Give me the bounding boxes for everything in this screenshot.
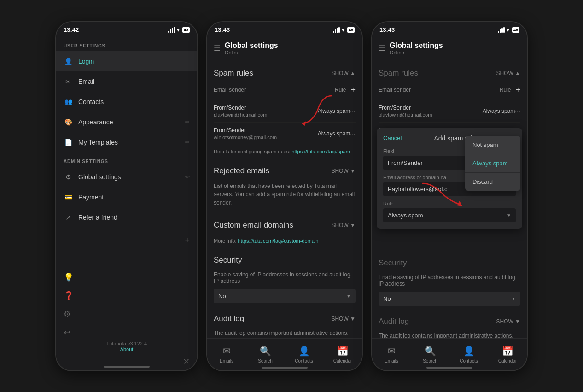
logout-icon-button[interactable]: ↩ [64, 324, 190, 341]
about-link[interactable]: About [106, 346, 147, 352]
share-icon: ↗ [64, 213, 73, 222]
gear-icon: ⚙ [64, 172, 73, 181]
custom-domain-info: More Info: https://tuta.com/faq#custom-d… [214, 234, 356, 247]
signal-icon-mid [333, 27, 340, 33]
nav-emails-mid[interactable]: ✉ Emails [207, 339, 246, 370]
sidebar-item-contacts[interactable]: 👥 Contacts [56, 92, 197, 112]
calendar-icon-right: 📅 [502, 345, 513, 357]
hamburger-menu[interactable]: ☰ [214, 44, 220, 53]
spam-table-header: Email sender Rule + [214, 82, 356, 98]
scrollable-mid: Spam rules SHOW ▲ Email sender Rule + Fr… [207, 60, 362, 370]
hamburger-menu-right[interactable]: ☰ [379, 44, 385, 53]
security-desc-right: Enable saving of IP addresses in session… [379, 272, 520, 289]
global-settings-panel: ☰ Global settings Online Spam rules SHOW… [207, 37, 362, 370]
email-input-text: Payforfollowers@aol.c [388, 186, 448, 193]
security-title-right: Security [379, 258, 407, 268]
settings-icon-button[interactable]: ⚙ [64, 305, 190, 323]
mail-icon: ✉ [64, 77, 73, 86]
rejected-desc: List of emails that have been rejected b… [214, 180, 356, 212]
nav-search-mid[interactable]: 🔍 Search [246, 339, 285, 370]
sender-email-0: playtowin@hotmail.com [214, 112, 318, 117]
calendar-icon-mid: 📅 [337, 345, 349, 357]
nav-calendar-right[interactable]: 📅 Calendar [488, 339, 527, 370]
sidebar-item-appearance[interactable]: 🎨 Appearance ✏ [56, 112, 197, 132]
email-field-value[interactable]: Payforfollowers@aol.c Not spam Always sp… [383, 182, 516, 196]
nav-contacts-mid[interactable]: 👤 Contacts [285, 339, 323, 370]
audit-log-header-right: Audit log SHOW ▼ [379, 309, 520, 331]
audit-log-title-right: Audit log [379, 317, 409, 326]
security-dropdown-right[interactable]: No ▼ [379, 292, 520, 306]
custom-domains-header: Custom email domains SHOW ▼ [214, 212, 356, 234]
security-header-mid: Security [214, 247, 356, 269]
rejected-show-btn[interactable]: SHOW ▼ [331, 168, 356, 174]
sidebar-item-email[interactable]: ✉ Email [56, 71, 197, 92]
emails-icon-mid: ✉ [223, 345, 231, 357]
audit-desc-mid: The audit log contains important adminis… [214, 328, 356, 338]
spam-rules-title-right: Spam rules [379, 69, 418, 78]
edit-icon-appearance: ✏ [185, 119, 190, 125]
sidebar-item-refer[interactable]: ↗ Refer a friend [56, 207, 197, 228]
search-icon-mid: 🔍 [260, 345, 271, 357]
wifi-icon-mid: ▾ [342, 27, 344, 33]
add-spam-rule-btn[interactable]: + [350, 85, 356, 95]
audit-log-show-btn-right[interactable]: SHOW ▼ [496, 318, 520, 325]
security-header-right: Security [379, 250, 520, 272]
sidebar-item-payment[interactable]: 💳 Payment [56, 187, 197, 207]
wifi-icon: ▾ [177, 27, 180, 33]
top-bar-right: ☰ Global settings Online [372, 37, 527, 60]
help-icon-button[interactable]: ❓ [64, 287, 190, 304]
sidebar-item-templates[interactable]: 📄 My Templates ✏ [56, 132, 197, 152]
rule-value: Always spam [388, 212, 423, 219]
spam-rules-show-btn[interactable]: SHOW ▲ [331, 70, 356, 76]
sender-type-right-0: From/Sender [379, 105, 483, 111]
status-icons-right: ▾ 48 [498, 27, 519, 33]
sidebar-label-refer: Refer a friend [78, 214, 190, 221]
security-desc-mid: Enable saving of IP addresses in session… [214, 269, 356, 286]
lightbulb-icon-button[interactable]: 💡 [64, 269, 190, 286]
sender-type-1: From/Sender [214, 127, 318, 134]
nav-search-right[interactable]: 🔍 Search [411, 339, 449, 370]
custom-domains-title: Custom email domains [214, 221, 293, 230]
edit-icon-templates: ✏ [185, 139, 190, 146]
spam-rules-show-btn-right[interactable]: SHOW ▲ [496, 70, 520, 76]
emails-label-right: Emails [385, 358, 398, 363]
sidebar-label-payment: Payment [78, 193, 190, 201]
status-bar-mid: 13:43 ▾ 48 [207, 22, 362, 37]
custom-domain-link[interactable]: https://tuta.com/faq#custom-domain [238, 238, 319, 244]
right-phone: 13:43 ▾ 48 ☰ Global settings Online Spam… [371, 21, 528, 371]
add-spam-rule-btn-right[interactable]: + [515, 85, 520, 95]
nav-emails-right[interactable]: ✉ Emails [372, 339, 411, 370]
dialog-cancel-btn[interactable]: Cancel [383, 135, 402, 141]
card-icon: 💳 [64, 193, 73, 202]
dropdown-not-spam[interactable]: Not spam [465, 136, 520, 154]
spam-config-url[interactable]: https://tuta.com/faq#spam [292, 149, 350, 154]
spam-rule-1: Always spam [318, 130, 350, 137]
sidebar-item-login[interactable]: 👤 Login [56, 51, 197, 71]
status-icons-mid: ▾ 48 [333, 27, 355, 33]
more-dots-0[interactable]: ··· [350, 107, 356, 115]
audit-log-show-btn-mid[interactable]: SHOW ▼ [331, 316, 356, 322]
contacts-icon: 👥 [64, 97, 73, 106]
sidebar-item-global[interactable]: ⚙ Global settings ✏ [56, 167, 197, 187]
dropdown-always-spam[interactable]: Always spam [465, 154, 520, 173]
more-dots-right-0[interactable]: ··· [515, 107, 520, 115]
rule-dropdown[interactable]: Always spam ▼ [383, 208, 516, 222]
close-button[interactable]: ✕ [183, 357, 190, 367]
emails-label-mid: Emails [220, 358, 233, 363]
custom-domains-show-btn[interactable]: SHOW ▼ [331, 222, 356, 228]
audit-log-title-mid: Audit log [214, 314, 244, 323]
nav-calendar-mid[interactable]: 📅 Calendar [323, 339, 362, 370]
security-dropdown-mid[interactable]: No ▼ [214, 289, 356, 303]
dropdown-discard[interactable]: Discard [465, 173, 520, 191]
nav-contacts-right[interactable]: 👤 Contacts [449, 339, 488, 370]
spam-rules-title: Spam rules [214, 69, 253, 78]
sidebar-label-email: Email [78, 78, 190, 85]
contacts-label-mid: Contacts [295, 358, 313, 363]
more-dots-1[interactable]: ··· [350, 130, 356, 137]
sender-email-right-0: playtowin@hotmail.com [379, 112, 483, 117]
add-item-button[interactable]: + [64, 236, 190, 246]
user-settings-label: USER SETTINGS [56, 37, 197, 51]
battery-icon: 48 [182, 27, 190, 33]
page-subtitle-right: Online [390, 50, 443, 55]
col-rule-right: Rule [500, 87, 511, 93]
